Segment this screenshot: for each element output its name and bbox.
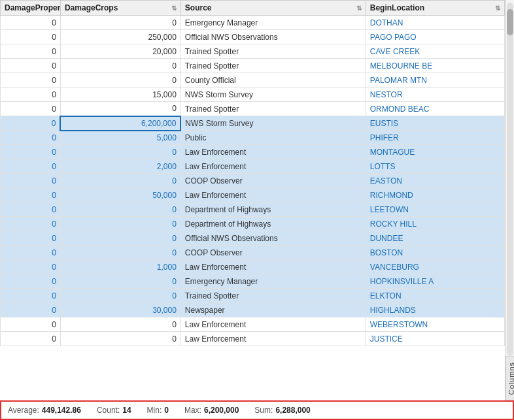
cell-begin-loc[interactable]: DOTHAN (366, 16, 504, 30)
table-scroll[interactable]: DamageProperty ⇅ DamageCrops ⇅ (0, 0, 505, 400)
cell-begin-loc[interactable]: PHIFER (366, 131, 504, 145)
cell-dmg-crops[interactable]: 15,000 (60, 88, 180, 102)
cell-dmg-prop[interactable]: 0 (1, 174, 61, 188)
table-row[interactable]: 00Department of HighwaysLEETOWN (1, 202, 505, 217)
table-row[interactable]: 030,000NewspaperHIGHLANDS (1, 303, 505, 317)
table-row[interactable]: 020,000Trained SpotterCAVE CREEK (1, 44, 505, 59)
cell-dmg-prop[interactable]: 0 (1, 30, 61, 44)
table-row[interactable]: 015,000NWS Storm SurveyNESTOR (1, 88, 505, 102)
cell-dmg-prop[interactable]: 0 (1, 289, 61, 303)
cell-dmg-crops[interactable]: 0 (60, 289, 180, 303)
cell-dmg-prop[interactable]: 0 (1, 188, 61, 202)
cell-begin-loc[interactable]: VANCEBURG (366, 260, 504, 274)
cell-begin-loc[interactable]: HOPKINSVILLE A (366, 274, 504, 289)
cell-dmg-crops[interactable]: 0 (60, 317, 180, 332)
cell-begin-loc[interactable]: RICHMOND (366, 188, 504, 202)
table-row[interactable]: 050,000Law EnforcementRICHMOND (1, 188, 505, 202)
cell-dmg-prop[interactable]: 0 (1, 317, 61, 332)
cell-source[interactable]: Trained Spotter (180, 289, 366, 303)
cell-dmg-prop[interactable]: 0 (1, 88, 61, 102)
cell-dmg-prop[interactable]: 0 (1, 260, 61, 274)
cell-dmg-prop[interactable]: 0 (1, 145, 61, 159)
table-row[interactable]: 00Law EnforcementWEBERSTOWN (1, 317, 505, 332)
cell-dmg-prop[interactable]: 0 (1, 59, 61, 73)
cell-begin-loc[interactable]: ORMOND BEAC (366, 102, 504, 116)
cell-dmg-crops[interactable]: 0 (60, 102, 180, 116)
cell-source[interactable]: Trained Spotter (180, 102, 366, 116)
cell-source[interactable]: Law Enforcement (180, 260, 366, 274)
scrollbar-thumb[interactable] (507, 9, 513, 35)
cell-source[interactable]: Emergency Manager (180, 16, 366, 30)
cell-source[interactable]: County Official (180, 73, 366, 88)
cell-begin-loc[interactable]: NESTOR (366, 88, 504, 102)
cell-begin-loc[interactable]: JUSTICE (366, 332, 504, 346)
cell-begin-loc[interactable]: PAGO PAGO (366, 30, 504, 44)
table-row[interactable]: 00County OfficialPALOMAR MTN (1, 73, 505, 88)
cell-dmg-crops[interactable]: 5,000 (60, 131, 180, 145)
cell-begin-loc[interactable]: CAVE CREEK (366, 44, 504, 59)
cell-dmg-crops[interactable]: 50,000 (60, 188, 180, 202)
col-header-dmg-prop[interactable]: DamageProperty ⇅ (1, 1, 61, 16)
cell-dmg-prop[interactable]: 0 (1, 231, 61, 246)
cell-dmg-crops[interactable]: 6,200,000 (60, 116, 180, 131)
col-header-begin-loc[interactable]: BeginLocation ⇅ (366, 1, 504, 16)
cell-dmg-prop[interactable]: 0 (1, 159, 61, 174)
cell-source[interactable]: NWS Storm Survey (180, 88, 366, 102)
cell-dmg-prop[interactable]: 0 (1, 332, 61, 346)
table-row[interactable]: 00Trained SpotterELKTON (1, 289, 505, 303)
cell-dmg-prop[interactable]: 0 (1, 131, 61, 145)
table-row[interactable]: 06,200,000NWS Storm SurveyEUSTIS (1, 116, 505, 131)
table-row[interactable]: 02,000Law EnforcementLOTTS (1, 159, 505, 174)
scrollbar-track[interactable] (507, 3, 513, 356)
cell-dmg-prop[interactable]: 0 (1, 303, 61, 317)
cell-dmg-crops[interactable]: 0 (60, 246, 180, 260)
cell-source[interactable]: Law Enforcement (180, 145, 366, 159)
cell-dmg-crops[interactable]: 0 (60, 59, 180, 73)
cell-dmg-prop[interactable]: 0 (1, 102, 61, 116)
cell-begin-loc[interactable]: ROCKY HILL (366, 217, 504, 231)
cell-dmg-crops[interactable]: 1,000 (60, 260, 180, 274)
table-row[interactable]: 00COOP ObserverBOSTON (1, 246, 505, 260)
cell-source[interactable]: Trained Spotter (180, 44, 366, 59)
cell-source[interactable]: Department of Highways (180, 217, 366, 231)
cell-dmg-crops[interactable]: 0 (60, 16, 180, 30)
cell-source[interactable]: Public (180, 131, 366, 145)
table-row[interactable]: 0250,000Official NWS ObservationsPAGO PA… (1, 30, 505, 44)
table-row[interactable]: 00Law EnforcementMONTAGUE (1, 145, 505, 159)
cell-dmg-crops[interactable]: 0 (60, 332, 180, 346)
cell-source[interactable]: Official NWS Observations (180, 30, 366, 44)
cell-dmg-crops[interactable]: 0 (60, 145, 180, 159)
cell-begin-loc[interactable]: LEETOWN (366, 202, 504, 217)
cell-begin-loc[interactable]: EUSTIS (366, 116, 504, 131)
cell-source[interactable]: Emergency Manager (180, 274, 366, 289)
cell-source[interactable]: Trained Spotter (180, 59, 366, 73)
cell-begin-loc[interactable]: BOSTON (366, 246, 504, 260)
cell-dmg-crops[interactable]: 30,000 (60, 303, 180, 317)
table-row[interactable]: 00Department of HighwaysROCKY HILL (1, 217, 505, 231)
cell-source[interactable]: NWS Storm Survey (180, 116, 366, 131)
cell-dmg-crops[interactable]: 20,000 (60, 44, 180, 59)
table-row[interactable]: 00Official NWS ObservationsDUNDEE (1, 231, 505, 246)
cell-dmg-crops[interactable]: 0 (60, 231, 180, 246)
cell-dmg-prop[interactable]: 0 (1, 217, 61, 231)
cell-begin-loc[interactable]: ELKTON (366, 289, 504, 303)
table-row[interactable]: 05,000PublicPHIFER (1, 131, 505, 145)
table-row[interactable]: 00Emergency ManagerDOTHAN (1, 16, 505, 30)
cell-begin-loc[interactable]: PALOMAR MTN (366, 73, 504, 88)
cell-begin-loc[interactable]: WEBERSTOWN (366, 317, 504, 332)
table-row[interactable]: 00Trained SpotterMELBOURNE BE (1, 59, 505, 73)
cell-source[interactable]: Official NWS Observations (180, 231, 366, 246)
table-row[interactable]: 01,000Law EnforcementVANCEBURG (1, 260, 505, 274)
cell-dmg-crops[interactable]: 250,000 (60, 30, 180, 44)
cell-source[interactable]: Law Enforcement (180, 188, 366, 202)
cell-dmg-prop[interactable]: 0 (1, 16, 61, 30)
table-row[interactable]: 00Law EnforcementJUSTICE (1, 332, 505, 346)
cell-source[interactable]: Department of Highways (180, 202, 366, 217)
cell-dmg-prop[interactable]: 0 (1, 202, 61, 217)
cell-dmg-prop[interactable]: 0 (1, 116, 61, 131)
cell-dmg-crops[interactable]: 0 (60, 174, 180, 188)
cell-dmg-crops[interactable]: 0 (60, 217, 180, 231)
table-row[interactable]: 00COOP ObserverEASTON (1, 174, 505, 188)
cell-begin-loc[interactable]: HIGHLANDS (366, 303, 504, 317)
cell-dmg-crops[interactable]: 0 (60, 202, 180, 217)
